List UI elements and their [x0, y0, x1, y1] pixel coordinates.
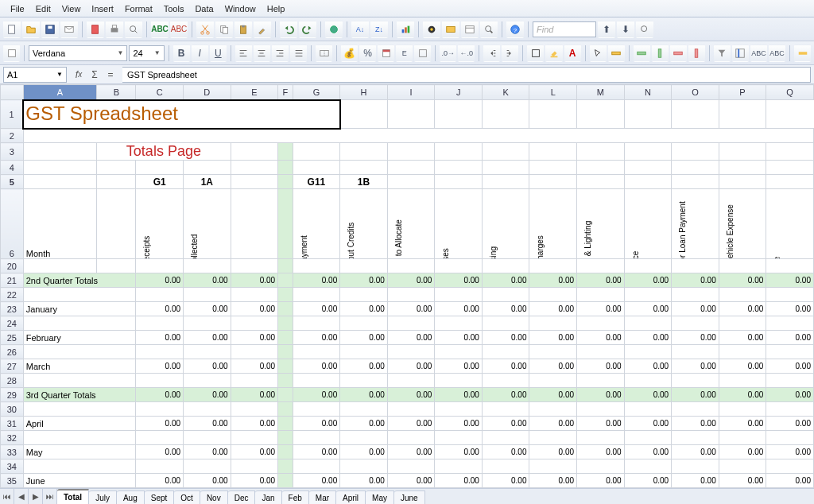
cell[interactable]: 0.00 — [577, 388, 625, 402]
cell[interactable]: 0.00 — [136, 474, 184, 488]
cell[interactable]: 0.00 — [624, 359, 672, 374]
function-wizard-icon[interactable]: fx — [72, 68, 86, 82]
freeze-icon[interactable] — [732, 45, 749, 62]
cell[interactable] — [387, 374, 435, 388]
format-paintbrush-icon[interactable] — [254, 21, 271, 38]
email-icon[interactable] — [60, 21, 78, 38]
cell[interactable] — [624, 288, 672, 302]
cell[interactable] — [482, 374, 529, 388]
cell[interactable] — [577, 345, 625, 359]
cell[interactable] — [435, 374, 483, 388]
row-label[interactable] — [23, 374, 136, 388]
cell[interactable]: 0.00 — [387, 474, 435, 488]
cell[interactable] — [529, 459, 577, 474]
row-header[interactable]: 30 — [1, 402, 24, 417]
cell[interactable] — [719, 316, 766, 331]
cell[interactable] — [387, 288, 435, 302]
row-header[interactable]: 27 — [1, 359, 24, 374]
column-headers[interactable]: A B C D E F G H I J K L M N O P Q — [1, 85, 814, 100]
cell[interactable] — [719, 374, 766, 388]
row-label[interactable] — [23, 431, 136, 445]
open-icon[interactable] — [22, 21, 40, 38]
col-header-i[interactable]: I — [387, 85, 435, 100]
col-header-e[interactable]: E — [231, 85, 278, 100]
row-header[interactable]: 28 — [1, 374, 24, 388]
sheet-tab-dec[interactable]: Dec — [228, 490, 256, 504]
col-header-b[interactable]: B — [97, 85, 136, 100]
cell[interactable] — [624, 316, 672, 331]
cell[interactable]: 0.00 — [766, 273, 814, 288]
select-icon[interactable] — [590, 45, 607, 62]
cell[interactable]: 0.00 — [766, 388, 814, 402]
cell[interactable]: 0.00 — [719, 417, 766, 431]
cell[interactable]: 0.00 — [293, 445, 340, 459]
cell[interactable] — [278, 417, 293, 431]
select-all-corner[interactable] — [1, 85, 24, 100]
cell[interactable] — [184, 431, 231, 445]
cell[interactable] — [435, 316, 483, 331]
cell[interactable]: 0.00 — [293, 331, 340, 345]
col-header-m[interactable]: M — [577, 85, 625, 100]
cell[interactable] — [136, 345, 184, 359]
cell[interactable] — [672, 402, 719, 417]
cell[interactable]: 0.00 — [435, 302, 483, 316]
row-header[interactable]: 35 — [1, 474, 24, 488]
cell[interactable]: 0.00 — [340, 445, 388, 459]
cell[interactable]: 0.00 — [672, 331, 719, 345]
cell[interactable]: 0.00 — [624, 273, 672, 288]
cell[interactable] — [184, 374, 231, 388]
standard-format-icon[interactable] — [414, 45, 431, 62]
tab-last-icon[interactable]: ⏭ — [43, 489, 57, 504]
cell[interactable]: 0.00 — [435, 445, 483, 459]
cell[interactable] — [435, 431, 483, 445]
cell[interactable]: 0.00 — [529, 302, 577, 316]
cell[interactable] — [435, 345, 483, 359]
tab-next-icon[interactable]: ▶ — [29, 489, 43, 504]
cell[interactable] — [766, 374, 814, 388]
row-header[interactable]: 31 — [1, 417, 24, 431]
cell[interactable] — [231, 402, 278, 417]
col-header-g[interactable]: G — [293, 85, 340, 100]
cell[interactable]: 0.00 — [184, 273, 231, 288]
insert-col-icon[interactable] — [652, 45, 669, 62]
row-label[interactable]: 3rd Quarter Totals — [23, 388, 136, 402]
sum-icon[interactable]: Σ — [87, 68, 102, 82]
col-header-a[interactable]: A — [23, 85, 96, 100]
col-header-l[interactable]: L — [529, 85, 577, 100]
menu-tools[interactable]: Tools — [158, 2, 190, 15]
cell[interactable] — [387, 488, 435, 489]
cell[interactable]: 0.00 — [766, 331, 814, 345]
increase-indent-icon[interactable] — [502, 45, 518, 62]
cell[interactable] — [766, 316, 814, 331]
sheet-tab-feb[interactable]: Feb — [282, 490, 309, 504]
autospell-icon[interactable]: ABC — [170, 21, 188, 38]
col-header-d[interactable]: D — [184, 85, 231, 100]
cell[interactable]: 0.00 — [719, 273, 766, 288]
cell[interactable]: 0.00 — [624, 302, 672, 316]
col-header-k[interactable]: K — [482, 85, 529, 100]
row-label[interactable] — [23, 402, 136, 417]
cell[interactable] — [184, 345, 231, 359]
cell[interactable]: 0.00 — [482, 273, 529, 288]
cell[interactable] — [278, 488, 293, 489]
cell[interactable]: 0.00 — [184, 388, 231, 402]
cell[interactable]: 0.00 — [435, 388, 483, 402]
cell[interactable] — [293, 345, 340, 359]
new-icon[interactable] — [3, 21, 21, 38]
cell[interactable] — [278, 388, 293, 402]
row-header[interactable]: 5 — [1, 175, 24, 189]
cell[interactable]: 0.00 — [293, 417, 340, 431]
cell[interactable] — [387, 402, 435, 417]
cell[interactable] — [766, 431, 814, 445]
align-right-icon[interactable] — [272, 45, 289, 62]
cell[interactable] — [278, 345, 293, 359]
cell[interactable]: 0.00 — [293, 474, 340, 488]
cell[interactable]: 0.00 — [529, 445, 577, 459]
cell[interactable]: 0.00 — [184, 359, 231, 374]
tab-first-icon[interactable]: ⏮ — [0, 489, 14, 504]
autofilter-icon[interactable] — [714, 45, 731, 62]
row-header[interactable]: 25 — [1, 331, 24, 345]
spell-abc-icon[interactable]: ABC — [750, 45, 767, 62]
sheet-tab-april[interactable]: April — [336, 490, 366, 504]
menu-file[interactable]: File — [5, 2, 30, 15]
